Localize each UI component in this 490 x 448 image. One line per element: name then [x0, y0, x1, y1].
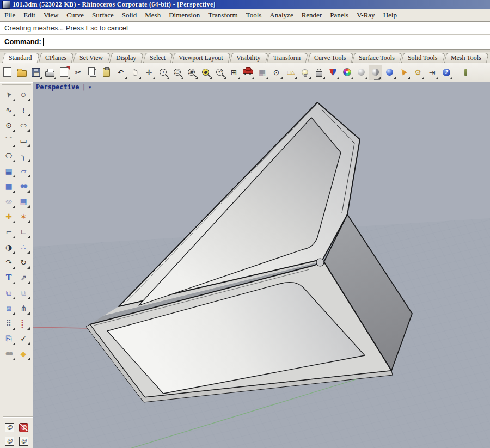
ellipse-icon[interactable]: ○: [16, 118, 30, 132]
points-on-surface-icon[interactable]: ⋔: [16, 300, 30, 315]
menu-item-file[interactable]: File: [4, 11, 15, 20]
lightbulb-icon[interactable]: [298, 65, 311, 80]
explode-icon[interactable]: ✶: [16, 209, 30, 224]
tab-display[interactable]: Display: [109, 53, 144, 63]
menu-item-help[interactable]: Help: [383, 11, 397, 20]
export-icon[interactable]: [57, 65, 71, 80]
tab-select[interactable]: Select: [143, 53, 173, 63]
tab-surface-tools[interactable]: Surface Tools: [352, 53, 402, 63]
viewport-canvas[interactable]: [33, 82, 490, 448]
surface-from-points-icon[interactable]: ▦: [2, 163, 16, 178]
menu-item-panels[interactable]: Panels: [330, 11, 348, 20]
settings-gears-icon[interactable]: ⚙: [411, 65, 425, 80]
polygon-icon[interactable]: ⎔: [2, 148, 16, 163]
command-prompt[interactable]: Command:: [0, 35, 490, 48]
ungroup-icon[interactable]: ⧉: [16, 285, 30, 300]
surface-patch-icon[interactable]: ▦: [16, 194, 30, 208]
zoom-window-icon[interactable]: ▢: [170, 65, 184, 80]
control-point-curve-icon[interactable]: ∿: [2, 102, 16, 117]
cplane-map-icon[interactable]: ▦: [255, 65, 269, 80]
object-properties-icon[interactable]: □△: [284, 65, 297, 80]
zoom-selected-icon[interactable]: ●: [199, 65, 212, 80]
color-wheel-icon[interactable]: [340, 65, 354, 80]
menu-item-curve[interactable]: Curve: [66, 11, 84, 20]
copy-icon[interactable]: [85, 65, 99, 80]
save-icon[interactable]: [29, 65, 42, 80]
curved-surface-icon[interactable]: ▱: [16, 163, 30, 178]
notification-cone-icon[interactable]: [397, 65, 411, 80]
menu-item-transform[interactable]: Transform: [208, 11, 237, 20]
menu-item-analyze[interactable]: Analyze: [270, 11, 293, 20]
rotate-view-icon[interactable]: ↶: [213, 65, 226, 80]
vray-shield-icon[interactable]: [326, 65, 340, 80]
cut-icon[interactable]: ✂: [71, 65, 85, 80]
pointer-icon[interactable]: ➤: [2, 87, 16, 102]
menu-item-tools[interactable]: Tools: [246, 11, 262, 20]
new-document-icon[interactable]: [1, 65, 14, 80]
paste-icon[interactable]: [100, 65, 113, 80]
shaded-display-sphere-icon[interactable]: [369, 65, 382, 80]
menu-item-render[interactable]: Render: [302, 11, 322, 20]
chamfer-edge-icon[interactable]: ∟: [16, 224, 30, 239]
circle-icon[interactable]: ⊙: [2, 118, 16, 132]
chevron-down-icon[interactable]: ▼: [89, 85, 91, 90]
tab-cplanes[interactable]: CPlanes: [38, 53, 74, 63]
trim-icon[interactable]: ⎘: [2, 331, 16, 346]
point-icon[interactable]: ○: [16, 87, 30, 102]
rebuild-curve-icon[interactable]: ↻: [16, 255, 30, 269]
tab-transform[interactable]: Transform: [267, 53, 309, 63]
menu-item-edit[interactable]: Edit: [23, 11, 35, 20]
orbit-move-icon[interactable]: ✛: [142, 65, 156, 80]
fillet-edge-icon[interactable]: ⌐: [2, 224, 16, 239]
boolean-union-icon[interactable]: ✚: [2, 209, 16, 224]
zoom-extents-icon[interactable]: ▣: [185, 65, 198, 80]
vray-camera-icon[interactable]: ☺: [17, 433, 30, 448]
tab-mesh-tools[interactable]: Mesh Tools: [444, 53, 488, 63]
box-solid-icon[interactable]: ■: [2, 179, 16, 193]
array-linear-icon[interactable]: ⡇: [16, 316, 30, 330]
tab-set-view[interactable]: Set View: [73, 53, 111, 63]
vray-render-icon[interactable]: ☺: [3, 420, 16, 435]
pan-hand-icon[interactable]: [128, 65, 142, 80]
menu-item-view[interactable]: View: [44, 11, 58, 20]
fillet-curve-icon[interactable]: ╮: [16, 148, 30, 163]
array-grid-icon[interactable]: ⠿: [2, 316, 16, 330]
tab-viewport-layout[interactable]: Viewport Layout: [172, 53, 231, 63]
move-copy-icon[interactable]: ⇗: [16, 270, 30, 285]
arc-icon[interactable]: ⌒: [2, 133, 16, 148]
menu-item-solid[interactable]: Solid: [122, 11, 137, 20]
menu-item-vray[interactable]: V-Ray: [357, 11, 375, 20]
zoom-in-icon[interactable]: +: [156, 65, 170, 80]
car-icon[interactable]: [241, 65, 255, 80]
dimension-icon[interactable]: ⇥: [425, 65, 439, 80]
rectangle-icon[interactable]: ▭: [16, 133, 30, 148]
tab-solid-tools[interactable]: Solid Tools: [401, 53, 445, 63]
tab-visibility[interactable]: Visibility: [229, 53, 268, 63]
menu-item-dimension[interactable]: Dimension: [169, 11, 200, 20]
undo-icon[interactable]: ↶: [114, 65, 127, 80]
viewport-title[interactable]: Perspective | ▼: [36, 83, 91, 91]
interpolate-curve-icon[interactable]: ≀: [16, 102, 30, 117]
render-sphere-icon[interactable]: [354, 65, 368, 80]
vray-material-icon[interactable]: ☺: [3, 433, 16, 448]
adjust-curve-icon[interactable]: ↷: [2, 255, 16, 269]
boolean-difference-icon[interactable]: ◑: [2, 240, 16, 254]
raytrace-sphere-icon[interactable]: [383, 65, 396, 80]
circle-center-icon[interactable]: ⊙: [270, 65, 283, 80]
menu-item-surface[interactable]: Surface: [92, 11, 114, 20]
rock-solids-icon[interactable]: ●●: [2, 346, 16, 361]
print-icon[interactable]: [43, 65, 57, 80]
perspective-viewport[interactable]: Perspective | ▼: [33, 82, 490, 448]
join-check-icon[interactable]: ✓: [16, 331, 30, 346]
boolean-intersection-icon[interactable]: ∴: [16, 240, 30, 254]
viewport-layout-icon[interactable]: ⊞: [227, 65, 241, 80]
gem-solid-icon[interactable]: ◆: [16, 346, 30, 361]
extrude-icon[interactable]: ⧈: [2, 300, 16, 315]
open-folder-icon[interactable]: [15, 65, 28, 80]
group-icon[interactable]: ⧉: [2, 285, 16, 300]
tab-standard[interactable]: Standard: [2, 53, 40, 63]
text-object-icon[interactable]: T: [2, 270, 16, 285]
lock-icon[interactable]: [312, 65, 326, 80]
help-icon[interactable]: ?: [439, 65, 453, 80]
torus-solid-icon[interactable]: ◎: [2, 194, 16, 208]
